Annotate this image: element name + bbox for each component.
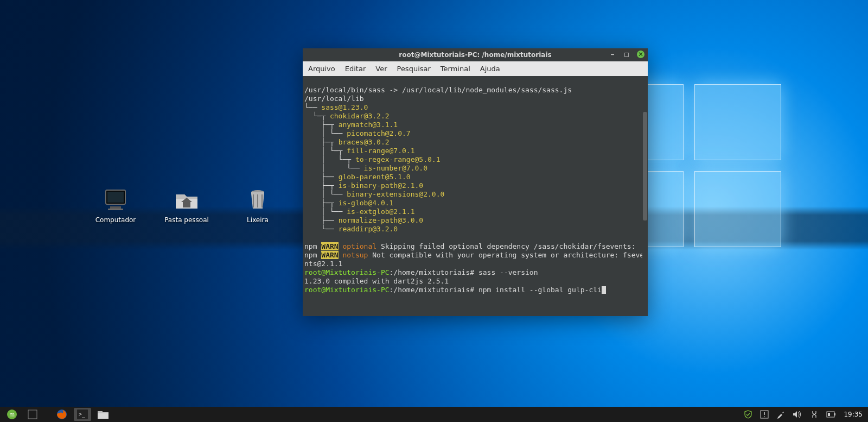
svg-rect-7: [28, 410, 37, 419]
svg-rect-3: [108, 209, 123, 210]
tray-update-icon[interactable]: [760, 410, 769, 419]
terminal-titlebar[interactable]: root@Mixtutoriais-PC: /home/mixtutoriais…: [303, 48, 648, 61]
window-close-button[interactable]: ✕: [637, 51, 644, 58]
tree-line: ├── normalize-path@3.0.0: [304, 216, 423, 224]
tree-line: ├── glob-parent@5.1.0: [304, 173, 411, 181]
svg-text:>_: >_: [79, 411, 86, 418]
tree-line: │ └─┬ fill-range@7.0.1: [304, 147, 415, 155]
tree-line: ├─┬ is-glob@4.0.1: [304, 199, 393, 207]
tray-volume-icon[interactable]: [793, 410, 802, 419]
npm-warn-line: npm WARN optional Skipping failed option…: [304, 242, 636, 250]
svg-rect-1: [107, 192, 124, 203]
npm-warn-line: nts@2.1.1: [304, 260, 342, 268]
menu-edit[interactable]: Editar: [345, 65, 366, 73]
svg-text:m: m: [9, 412, 15, 418]
show-desktop-button[interactable]: [24, 408, 41, 421]
terminal-title: root@Mixtutoriais-PC: /home/mixtutoriais: [399, 51, 551, 59]
start-menu-button[interactable]: m: [3, 408, 21, 421]
terminal-line: /usr/local/bin/sass -> /usr/local/lib/no…: [304, 86, 572, 94]
terminal-content[interactable]: /usr/local/bin/sass -> /usr/local/lib/no…: [303, 76, 648, 316]
terminal-menubar: Arquivo Editar Ver Pesquisar Terminal Aj…: [303, 61, 648, 76]
terminal-scrollbar[interactable]: [642, 76, 648, 316]
menu-search[interactable]: Pesquisar: [397, 65, 431, 73]
terminal-line: 1.23.0 compiled with dart2js 2.5.1: [304, 277, 449, 285]
scrollbar-thumb[interactable]: [643, 112, 647, 221]
taskbar-clock[interactable]: 19:35: [844, 411, 865, 418]
tree-line: └── sass@1.23.0: [304, 103, 368, 111]
taskbar-app-terminal[interactable]: >_: [74, 408, 91, 421]
tray-network-icon[interactable]: [810, 410, 819, 419]
prompt-line: root@Mixtutoriais-PC:/home/mixtutoriais#…: [304, 268, 538, 276]
tree-line: ├─┬ anymatch@3.1.1: [304, 121, 398, 129]
tray-color-picker-icon[interactable]: [776, 410, 785, 419]
computer-icon: [103, 187, 129, 213]
svg-rect-13: [834, 413, 835, 415]
tree-line: ├─┬ braces@3.0.2: [304, 138, 390, 146]
window-maximize-button[interactable]: ◻: [623, 51, 630, 58]
menu-file[interactable]: Arquivo: [308, 65, 335, 73]
desktop-icon-label: Computador: [95, 216, 136, 224]
svg-rect-14: [828, 413, 830, 416]
svg-rect-2: [110, 206, 121, 209]
folder-home-icon: [174, 187, 200, 213]
tree-line: │ └── is-extglob@2.1.1: [304, 207, 415, 216]
menu-view[interactable]: Ver: [375, 65, 387, 73]
desktop-icon-label: Lixeira: [247, 216, 269, 224]
terminal-cursor: [602, 286, 606, 294]
terminal-window: root@Mixtutoriais-PC: /home/mixtutoriais…: [303, 48, 648, 316]
desktop-icon-trash[interactable]: Lixeira: [228, 187, 288, 224]
tree-line: └── readdirp@3.2.0: [304, 225, 398, 233]
tray-shield-icon[interactable]: [744, 410, 752, 419]
menu-help[interactable]: Ajuda: [480, 65, 500, 73]
tree-line: ├─┬ is-binary-path@2.1.0: [304, 181, 423, 190]
tree-line: └─┬ chokidar@3.2.2: [304, 112, 390, 120]
taskbar-app-firefox[interactable]: [53, 408, 71, 421]
tree-line: │ └── picomatch@2.0.7: [304, 129, 411, 137]
tray-battery-icon[interactable]: [826, 411, 836, 418]
desktop-icon-computer[interactable]: Computador: [86, 187, 145, 224]
taskbar: m >_ 19:35: [0, 407, 868, 422]
prompt-line: root@Mixtutoriais-PC:/home/mixtutoriais#…: [304, 286, 606, 294]
desktop-icon-home-folder[interactable]: Pasta pessoal: [157, 187, 216, 224]
window-minimize-button[interactable]: －: [609, 51, 616, 58]
npm-warn-line: npm WARN notsup Not compatible with your…: [304, 251, 644, 259]
tree-line: │ └── is-number@7.0.0: [304, 164, 427, 172]
desktop-icon-label: Pasta pessoal: [164, 216, 209, 224]
terminal-line: /usr/local/lib: [304, 95, 364, 103]
tree-line: │ └─┬ to-regex-range@5.0.1: [304, 155, 440, 163]
tree-line: │ └── binary-extensions@2.0.0: [304, 190, 444, 198]
trash-icon: [245, 187, 271, 213]
taskbar-app-files[interactable]: [94, 408, 112, 421]
menu-terminal[interactable]: Terminal: [441, 65, 470, 73]
